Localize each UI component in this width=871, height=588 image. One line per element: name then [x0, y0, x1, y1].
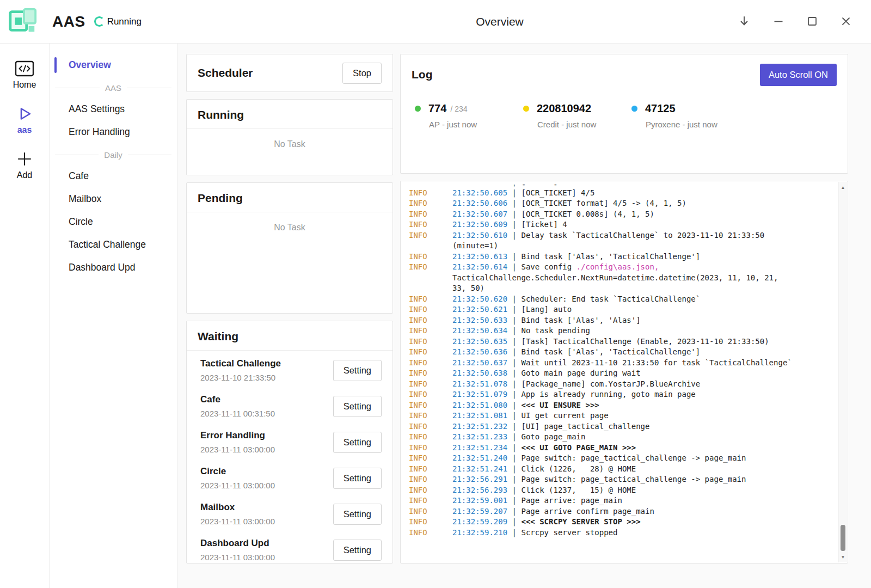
log-line: INFO21:32:50.606 | [OCR_TICKET format] 4…: [409, 198, 826, 209]
task-setting-button[interactable]: Setting: [333, 396, 382, 417]
log-separator: |: [507, 411, 521, 420]
running-card: Running No Task: [186, 99, 393, 175]
log-timestamp: 21:32:51.081: [452, 411, 507, 420]
plus-icon: [16, 150, 33, 168]
log-message: Wait until 2023-11-10 21:33:50 for task …: [521, 358, 792, 367]
sidebar-item-dashboard-upd[interactable]: Dashboard Upd: [50, 257, 177, 278]
scheduler-column: Scheduler Stop Running No Task Pending N…: [186, 54, 393, 564]
maximize-button[interactable]: [803, 13, 821, 32]
task-next-run-time: 2023-11-11 03:00:00: [200, 445, 275, 454]
rail-item-add[interactable]: Add: [0, 146, 49, 186]
nav-rail: HomeaasAdd: [0, 44, 50, 588]
task-setting-button[interactable]: Setting: [333, 432, 382, 453]
log-message: Click (1237, 15) @ HOME: [521, 486, 636, 494]
log-separator: |: [507, 262, 521, 271]
log-output: INFO21:32:50.598 | [Status] WININFO21:32…: [409, 185, 826, 559]
auto-scroll-button[interactable]: Auto Scroll ON: [760, 64, 837, 86]
maximize-icon: [806, 15, 819, 29]
log-message: Bind task ['Alas', 'TacticalChallenge']: [521, 252, 700, 261]
log-line-body: 21:32:51.232 | [UI] page_tactical_challe…: [452, 421, 826, 432]
minimize-button[interactable]: [770, 13, 787, 32]
log-line-body: 21:32:51.234 | <<< UI GOTO PAGE_MAIN >>>: [452, 443, 826, 454]
task-setting-button[interactable]: Setting: [333, 540, 382, 561]
close-button[interactable]: [837, 13, 855, 32]
log-line-body: 21:32:51.241 | Click (1226, 28) @ HOME: [452, 464, 826, 475]
task-name: Cafe: [200, 394, 275, 405]
log-separator: |: [507, 507, 521, 516]
log-message: <<< UI ENSURE >>>: [521, 401, 599, 409]
waiting-task-list: Tactical Challenge2023-11-10 21:33:50Set…: [187, 351, 392, 563]
task-setting-button[interactable]: Setting: [333, 360, 382, 381]
log-line: INFO21:32:50.610 | Delay task `TacticalC…: [409, 230, 826, 252]
log-separator: |: [507, 326, 521, 335]
log-separator: |: [507, 358, 521, 367]
scheduler-stop-button[interactable]: Stop: [342, 63, 382, 84]
log-separator: |: [507, 475, 521, 483]
log-separator: |: [507, 528, 521, 537]
stat-value: 220810942: [537, 102, 591, 115]
rail-item-home[interactable]: Home: [0, 56, 49, 95]
log-timestamp: 21:32:51.234: [452, 443, 507, 452]
log-panel: INFO21:32:50.598 | [Status] WININFO21:32…: [400, 181, 848, 564]
log-separator: |: [507, 379, 521, 388]
log-separator: |: [507, 252, 521, 261]
sidebar-item-circle[interactable]: Circle: [50, 211, 177, 232]
rail-item-label: Home: [13, 80, 36, 90]
scrollbar-up-icon[interactable]: ▲: [839, 183, 847, 192]
log-line: INFO21:32:51.241 | Click (1226, 28) @ HO…: [409, 464, 826, 475]
sidebar-section-label: Daily: [104, 150, 122, 160]
sidebar-item-error-handling[interactable]: Error Handling: [50, 121, 177, 143]
task-info: Tactical Challenge2023-11-10 21:33:50: [200, 358, 281, 382]
sidebar-item-tactical-challenge[interactable]: Tactical Challenge: [50, 234, 177, 255]
task-name: Tactical Challenge: [200, 358, 281, 369]
log-line: INFO21:32:50.635 | [Task] TacticalChalle…: [409, 336, 826, 347]
log-message: Page switch: page_tactical_challenge -> …: [521, 475, 746, 483]
sidebar-item-cafe[interactable]: Cafe: [50, 166, 177, 187]
log-message: Save config: [521, 262, 576, 271]
window-controls: [735, 0, 855, 44]
task-setting-button[interactable]: Setting: [333, 504, 382, 525]
divider-line: [55, 88, 100, 88]
log-separator: |: [507, 231, 521, 240]
log-message: Goto page_main: [521, 432, 585, 441]
rail-item-aas[interactable]: aas: [0, 101, 49, 140]
log-level: INFO: [409, 304, 452, 315]
log-timestamp: 21:32:50.598: [452, 185, 507, 186]
running-empty-text: No Task: [187, 129, 392, 149]
log-line-body: 21:32:51.233 | Goto page_main: [452, 432, 826, 443]
log-timestamp: 21:32:59.209: [452, 517, 507, 526]
waiting-task-row: Mailbox2023-11-11 03:00:00Setting: [187, 496, 392, 532]
task-setting-button[interactable]: Setting: [333, 468, 382, 489]
sidebar-item-aas-settings[interactable]: AAS Settings: [50, 99, 177, 120]
log-line-body: 21:32:51.240 | Page switch: page_tactica…: [452, 453, 826, 464]
log-message: [UI] page_tactical_challenge: [521, 422, 649, 431]
hide-window-button[interactable]: [735, 12, 753, 32]
log-scrollbar[interactable]: ▲ ▼: [838, 182, 847, 562]
log-line: INFO21:32:51.078 | [Package_name] com.Yo…: [409, 379, 826, 390]
log-separator: |: [507, 199, 521, 207]
log-stats: 774/ 234AP - just now220810942Credit - j…: [401, 95, 848, 129]
log-line-body: 21:32:50.621 | [Lang] auto: [452, 304, 826, 315]
scrollbar-down-icon[interactable]: ▼: [839, 553, 847, 561]
log-message: [OCR_TICKET] 4/5: [521, 188, 594, 197]
log-level: INFO: [409, 495, 452, 506]
scrollbar-thumb[interactable]: [841, 525, 845, 551]
task-info: Circle2023-11-11 03:00:00: [200, 466, 275, 490]
log-timestamp: 21:32:50.609: [452, 220, 507, 229]
log-line-body: 21:32:51.078 | [Package_name] com.Yostar…: [452, 379, 826, 390]
log-line: INFO21:32:51.234 | <<< UI GOTO PAGE_MAIN…: [409, 443, 826, 454]
log-level: INFO: [409, 336, 452, 347]
app-window: AAS Running Overview: [0, 0, 871, 588]
stat-dot-icon: [415, 106, 421, 112]
log-level: INFO: [409, 453, 452, 464]
log-line-body: 21:32:50.620 | Scheduler: End task `Tact…: [452, 294, 826, 305]
sidebar-item-mailbox[interactable]: Mailbox: [50, 188, 177, 210]
running-title: Running: [187, 100, 392, 129]
sidebar-item-overview[interactable]: Overview: [50, 54, 177, 76]
log-message: [OCR_TICKET 0.008s] (4, 1, 5): [521, 210, 654, 218]
log-message: Page arrive: page_main: [521, 496, 622, 505]
log-timestamp: 21:32:50.605: [452, 188, 507, 197]
log-line: INFO21:32:59.210 | Scrcpy server stopped: [409, 528, 826, 538]
log-level: INFO: [409, 326, 452, 336]
main-content: Scheduler Stop Running No Task Pending N…: [177, 44, 871, 588]
